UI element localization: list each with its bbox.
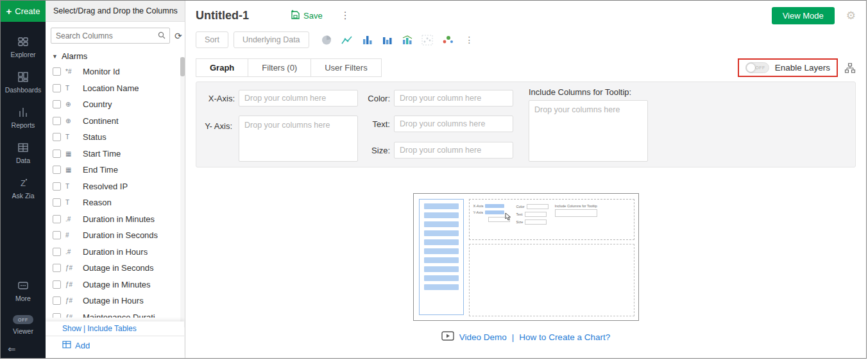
video-icon: [441, 331, 454, 343]
add-table-link[interactable]: Add: [46, 336, 184, 358]
column-checkbox[interactable]: [53, 133, 61, 141]
column-checkbox[interactable]: [53, 67, 61, 76]
text-type-icon: T: [65, 85, 78, 92]
sidebar-item-viewer[interactable]: OFF Viewer: [1, 309, 46, 341]
column-row[interactable]: ▦Start Time: [46, 146, 185, 162]
line-chart-icon[interactable]: [341, 35, 353, 46]
column-row[interactable]: *#Monitor Id: [46, 64, 185, 80]
column-row[interactable]: .#Duration in Hours: [46, 244, 185, 261]
column-name: Duration in Seconds: [83, 230, 158, 240]
column-name: Duration in Minutes: [83, 214, 155, 224]
column-checkbox[interactable]: [53, 198, 61, 207]
column-name: End Time: [83, 165, 118, 175]
more-charts-kebab-icon[interactable]: ⋮: [465, 35, 474, 45]
help-separator: |: [512, 332, 515, 342]
include-tables-link[interactable]: Include Tables: [87, 324, 137, 333]
text-dropzone[interactable]: Drop your columns here: [394, 116, 513, 132]
mini-y-axis-label: Y-Axis: [473, 210, 483, 214]
size-dropzone[interactable]: Drop your column here: [394, 142, 513, 159]
column-checkbox[interactable]: [53, 264, 61, 272]
settings-gear-icon[interactable]: ⚙: [846, 9, 856, 22]
search-columns-box[interactable]: [51, 28, 170, 44]
search-columns-input[interactable]: [56, 31, 155, 40]
refresh-icon[interactable]: ⟳: [174, 31, 182, 41]
how-to-create-chart-link[interactable]: How to Create a Chart?: [519, 332, 610, 342]
column-checkbox[interactable]: [53, 313, 61, 318]
column-checkbox[interactable]: [53, 84, 61, 92]
enable-layers-highlight: OFF Enable Layers: [738, 58, 838, 77]
column-name: Outage in Hours: [83, 296, 144, 305]
tab-graph[interactable]: Graph: [196, 58, 248, 77]
enable-layers-toggle[interactable]: OFF: [745, 62, 769, 73]
scrollbar-thumb[interactable]: [180, 57, 185, 76]
enable-layers-label: Enable Layers: [775, 63, 830, 73]
column-checkbox[interactable]: [53, 150, 61, 158]
color-dropzone[interactable]: Drop your column here: [394, 90, 513, 107]
scatter-chart-icon[interactable]: [421, 35, 433, 46]
save-icon: [290, 10, 300, 21]
text-type-icon: T: [65, 133, 78, 141]
column-checkbox[interactable]: [53, 231, 61, 239]
y-axis-dropzone[interactable]: Drop your columns here: [239, 116, 358, 162]
column-row[interactable]: TStatus: [46, 129, 185, 146]
column-row[interactable]: ⊕Continent: [46, 113, 185, 130]
column-row[interactable]: #Duration in Seconds: [46, 227, 185, 244]
columns-scrollbar[interactable]: [180, 57, 185, 327]
decimal-type-icon: .#: [65, 216, 78, 223]
column-row[interactable]: ƒ#Outage in Seconds: [46, 260, 185, 277]
column-row[interactable]: ƒ#Maintenance Durati...: [46, 309, 185, 318]
sidebar-item-more[interactable]: More: [1, 273, 46, 309]
sidebar-item-ask-zia[interactable]: Z Ask Zia: [1, 171, 46, 206]
tab-filters[interactable]: Filters (0): [248, 58, 311, 77]
tooltip-dropzone[interactable]: Drop your columns here: [529, 100, 648, 162]
column-checkbox[interactable]: [53, 182, 61, 191]
sidebar-item-data[interactable]: Data: [1, 135, 46, 171]
report-title[interactable]: Untitled-1: [196, 9, 249, 22]
column-checkbox[interactable]: [53, 280, 61, 289]
formula-type-icon: ƒ#: [65, 264, 78, 271]
table-section-alarms[interactable]: ▼ Alarms: [46, 47, 185, 64]
show-link[interactable]: Show: [62, 324, 81, 333]
column-row[interactable]: ▦End Time: [46, 162, 185, 178]
sort-button[interactable]: Sort: [196, 31, 228, 48]
columns-panel-footer: Show|Include Tables Add: [46, 321, 184, 358]
column-checkbox[interactable]: [53, 100, 61, 108]
column-checkbox[interactable]: [53, 248, 61, 256]
column-row[interactable]: ⊕Country: [46, 96, 185, 113]
hierarchy-icon[interactable]: [844, 63, 856, 73]
sidebar-item-explorer[interactable]: Explorer: [1, 30, 46, 65]
create-button[interactable]: + Create: [1, 1, 46, 22]
column-checkbox[interactable]: [53, 296, 61, 305]
column-row[interactable]: TLocation Name: [46, 80, 185, 97]
header-kebab-icon[interactable]: ⋮: [341, 10, 350, 21]
column-checkbox[interactable]: [53, 166, 61, 174]
video-demo-link[interactable]: Video Demo: [459, 332, 507, 342]
column-checkbox[interactable]: [53, 215, 61, 223]
formula-type-icon: ƒ#: [65, 314, 78, 318]
more-icon: [17, 280, 29, 291]
column-chart-icon[interactable]: [382, 35, 393, 46]
pie-chart-icon[interactable]: [321, 35, 332, 46]
sidebar-item-reports[interactable]: Reports: [1, 100, 46, 135]
column-row[interactable]: TResolved IP: [46, 178, 185, 195]
column-checkbox[interactable]: [53, 117, 61, 125]
sidebar-item-dashboards[interactable]: Dashboards: [1, 65, 46, 100]
underlying-data-button[interactable]: Underlying Data: [234, 31, 309, 48]
bubble-chart-icon[interactable]: [441, 35, 454, 46]
column-row[interactable]: ƒ#Outage in Hours: [46, 293, 185, 309]
column-name: Status: [83, 132, 106, 142]
tab-user-filters[interactable]: User Filters: [311, 58, 381, 77]
collapse-sidebar-icon[interactable]: ⇐: [8, 343, 16, 355]
bar-chart-icon[interactable]: [362, 35, 373, 46]
viewer-toggle[interactable]: OFF: [13, 315, 33, 324]
column-row[interactable]: .#Duration in Minutes: [46, 211, 185, 228]
column-row[interactable]: ƒ#Outage in Minutes: [46, 277, 185, 293]
column-name: Maintenance Durati...: [83, 313, 162, 318]
add-table-icon: [62, 341, 71, 350]
x-axis-dropzone[interactable]: Drop your column here: [239, 90, 358, 107]
column-row[interactable]: TReason: [46, 194, 185, 211]
view-mode-button[interactable]: View Mode: [772, 7, 835, 24]
save-button[interactable]: Save: [290, 10, 323, 21]
columns-panel-title: Select/Drag and Drop the Columns: [46, 1, 185, 22]
combo-chart-icon[interactable]: [402, 35, 413, 46]
